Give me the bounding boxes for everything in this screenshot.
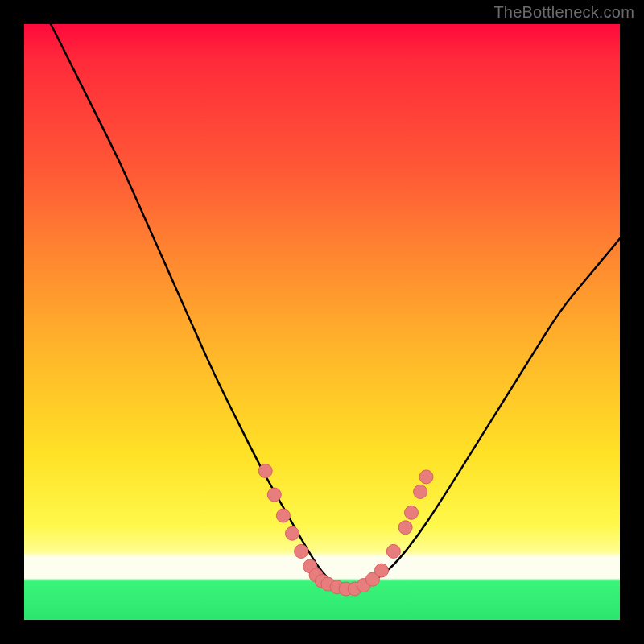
watermark-text: TheBottleneck.com: [493, 3, 634, 22]
curve-marker: [398, 521, 412, 535]
curve-marker: [375, 564, 389, 577]
curve-markers: [258, 464, 433, 597]
curve-marker: [295, 544, 308, 558]
curve-marker: [267, 488, 281, 502]
curve-marker: [405, 506, 419, 519]
curve-marker: [286, 526, 299, 540]
frame-border-bottom: [0, 620, 644, 644]
curve-marker: [386, 544, 400, 558]
frame-border-left: [0, 0, 24, 644]
curve-marker: [258, 464, 272, 478]
bottleneck-curve-svg: [24, 24, 620, 620]
chart-frame: TheBottleneck.com: [0, 0, 644, 644]
plot-area: [24, 24, 620, 620]
curve-marker: [276, 509, 290, 522]
curve-marker: [419, 470, 433, 484]
frame-border-right: [620, 0, 644, 644]
bottleneck-curve: [24, 24, 620, 588]
curve-marker: [414, 485, 427, 498]
